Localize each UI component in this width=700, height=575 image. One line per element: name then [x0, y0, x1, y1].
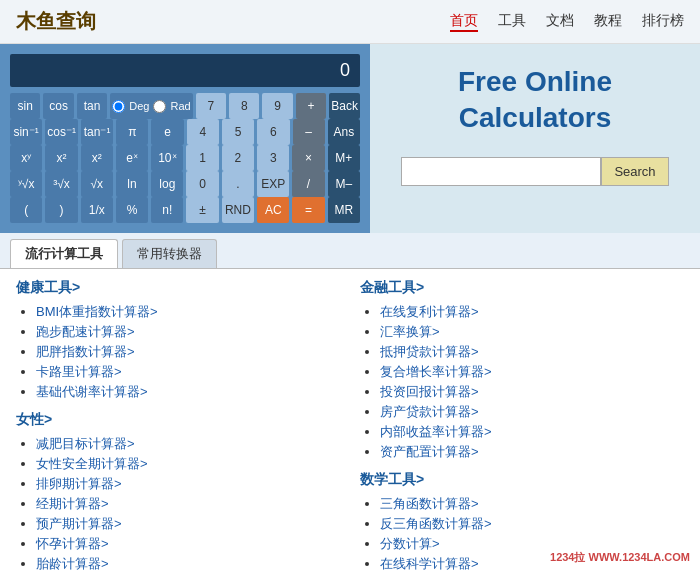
tool-link[interactable]: 肥胖指数计算器> [36, 344, 135, 359]
tool-link[interactable]: 排卵期计算器> [36, 476, 122, 491]
calc-row-3: xʸ x² x² eˣ 10ˣ 1 2 3 × M+ [10, 145, 360, 171]
tool-link[interactable]: 分数计算> [380, 536, 440, 551]
calc-row-4: ʸ√x ³√x √x ln log 0 . EXP / M– [10, 171, 360, 197]
sin-button[interactable]: sin [10, 93, 40, 119]
btn-1[interactable]: 1 [186, 145, 218, 171]
tool-link[interactable]: BMI体重指数计算器> [36, 304, 158, 319]
header: 木鱼查询 首页工具文档教程排行榜 [0, 0, 700, 44]
section-title: 女性> [16, 411, 340, 429]
btn-4[interactable]: 4 [187, 119, 219, 145]
btn-dot[interactable]: . [222, 171, 254, 197]
btn-equals[interactable]: = [292, 197, 324, 223]
btn-ac[interactable]: AC [257, 197, 289, 223]
calc-row-2: sin⁻¹ cos⁻¹ tan⁻¹ π e 4 5 6 – Ans [10, 119, 360, 145]
btn-2[interactable]: 2 [222, 145, 254, 171]
tab-流行计算工具[interactable]: 流行计算工具 [10, 239, 118, 268]
calc-row-5: ( ) 1/x % n! ± RND AC = MR [10, 197, 360, 223]
10x-button[interactable]: 10ˣ [151, 145, 183, 171]
btn-5[interactable]: 5 [222, 119, 254, 145]
cbrt-button[interactable]: ³√x [45, 171, 77, 197]
btn-sign[interactable]: ± [186, 197, 218, 223]
search-button[interactable]: Search [601, 157, 668, 186]
tool-link[interactable]: 汇率换算> [380, 324, 440, 339]
tool-link[interactable]: 女性安全期计算器> [36, 456, 148, 471]
nav-item-首页[interactable]: 首页 [450, 12, 478, 32]
tool-link[interactable]: 怀孕计算器> [36, 536, 109, 551]
tool-link[interactable]: 房产贷款计算器> [380, 404, 479, 419]
btn-minus[interactable]: – [293, 119, 325, 145]
e-button[interactable]: e [151, 119, 183, 145]
tool-link[interactable]: 预产期计算器> [36, 516, 122, 531]
right-panel: Free Online Calculators Search [370, 44, 700, 233]
pi-button[interactable]: π [116, 119, 148, 145]
cos-button[interactable]: cos [43, 93, 73, 119]
acos-button[interactable]: cos⁻¹ [45, 119, 78, 145]
btn-7[interactable]: 7 [196, 93, 226, 119]
tool-link[interactable]: 减肥目标计算器> [36, 436, 135, 451]
right-column: 金融工具>在线复利计算器>汇率换算>抵押贷款计算器>复合增长率计算器>投资回报计… [360, 279, 684, 575]
tool-link[interactable]: 复合增长率计算器> [380, 364, 492, 379]
btn-6[interactable]: 6 [257, 119, 289, 145]
tool-link[interactable]: 经期计算器> [36, 496, 109, 511]
section-title: 金融工具> [360, 279, 684, 297]
tool-link[interactable]: 三角函数计算器> [380, 496, 479, 511]
tool-link[interactable]: 在线科学计算器> [380, 556, 479, 571]
atan-button[interactable]: tan⁻¹ [81, 119, 113, 145]
btn-plus[interactable]: + [296, 93, 326, 119]
nav-item-工具[interactable]: 工具 [498, 12, 526, 32]
tool-link[interactable]: 投资回报计算器> [380, 384, 479, 399]
btn-3[interactable]: 3 [257, 145, 289, 171]
tan-button[interactable]: tan [77, 93, 107, 119]
percent-button[interactable]: % [116, 197, 148, 223]
tool-link[interactable]: 跑步配速计算器> [36, 324, 135, 339]
tool-link[interactable]: 在线复利计算器> [380, 304, 479, 319]
tool-link[interactable]: 内部收益率计算器> [380, 424, 492, 439]
asin-button[interactable]: sin⁻¹ [10, 119, 42, 145]
sqrt-button[interactable]: √x [81, 171, 113, 197]
btn-9[interactable]: 9 [262, 93, 292, 119]
btn-mplus[interactable]: M+ [328, 145, 360, 171]
nav-item-教程[interactable]: 教程 [594, 12, 622, 32]
nav-item-排行榜[interactable]: 排行榜 [642, 12, 684, 32]
fact-button[interactable]: n! [151, 197, 183, 223]
log-button[interactable]: log [151, 171, 183, 197]
tool-link[interactable]: 胎龄计算器> [36, 556, 109, 571]
content-area: 健康工具>BMI体重指数计算器>跑步配速计算器>肥胖指数计算器>卡路里计算器>基… [0, 269, 700, 575]
sq2-button[interactable]: x² [81, 145, 113, 171]
deg-rad-radio[interactable]: Deg Rad [110, 93, 192, 119]
tool-list: BMI体重指数计算器>跑步配速计算器>肥胖指数计算器>卡路里计算器>基础代谢率计… [16, 303, 340, 401]
nav-item-文档[interactable]: 文档 [546, 12, 574, 32]
btn-divide[interactable]: / [292, 171, 324, 197]
sq-button[interactable]: x² [45, 145, 77, 171]
lparen-button[interactable]: ( [10, 197, 42, 223]
btn-exp[interactable]: EXP [257, 171, 289, 197]
section-title: 数学工具> [360, 471, 684, 489]
main-area: 0 sin cos tan Deg Rad 7 8 9 + Back sin⁻¹… [0, 44, 700, 233]
calculator-section: 0 sin cos tan Deg Rad 7 8 9 + Back sin⁻¹… [0, 44, 370, 233]
pow-button[interactable]: xʸ [10, 145, 42, 171]
search-input[interactable] [401, 157, 601, 186]
tool-link[interactable]: 反三角函数计算器> [380, 516, 492, 531]
btn-back[interactable]: Back [329, 93, 360, 119]
site-title: 木鱼查询 [16, 8, 96, 35]
btn-8[interactable]: 8 [229, 93, 259, 119]
tool-link[interactable]: 资产配置计算器> [380, 444, 479, 459]
btn-multiply[interactable]: × [292, 145, 324, 171]
inv-button[interactable]: 1/x [81, 197, 113, 223]
tool-link[interactable]: 基础代谢率计算器> [36, 384, 148, 399]
rparen-button[interactable]: ) [45, 197, 77, 223]
tool-link[interactable]: 抵押贷款计算器> [380, 344, 479, 359]
tab-常用转换器[interactable]: 常用转换器 [122, 239, 217, 268]
yroot-button[interactable]: ʸ√x [10, 171, 42, 197]
ex-button[interactable]: eˣ [116, 145, 148, 171]
btn-ans[interactable]: Ans [328, 119, 360, 145]
tool-link[interactable]: 卡路里计算器> [36, 364, 122, 379]
tool-list: 减肥目标计算器>女性安全期计算器>排卵期计算器>经期计算器>预产期计算器>怀孕计… [16, 435, 340, 573]
ln-button[interactable]: ln [116, 171, 148, 197]
tool-list: 在线复利计算器>汇率换算>抵押贷款计算器>复合增长率计算器>投资回报计算器>房产… [360, 303, 684, 461]
btn-0[interactable]: 0 [186, 171, 218, 197]
btn-mminus[interactable]: M– [328, 171, 360, 197]
btn-mr[interactable]: MR [328, 197, 360, 223]
calc-display: 0 [10, 54, 360, 87]
btn-rnd[interactable]: RND [222, 197, 254, 223]
